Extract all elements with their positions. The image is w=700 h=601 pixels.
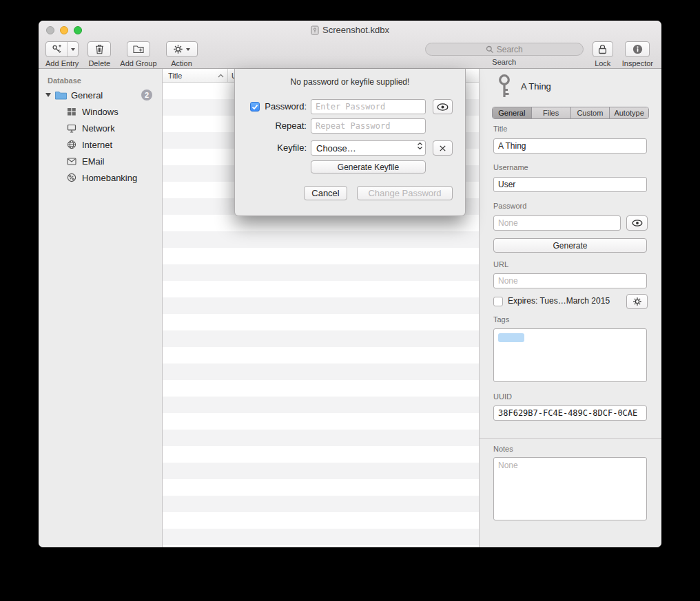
gear-icon [173, 44, 183, 54]
tab-files[interactable]: Files [532, 107, 571, 118]
eye-icon [437, 103, 449, 111]
show-password-button[interactable] [626, 215, 648, 231]
window-title-text: Screenshot.kdbx [322, 25, 389, 35]
inspector-tool: Inspector [622, 41, 653, 67]
action-button[interactable] [166, 41, 198, 57]
tags-box[interactable] [493, 328, 647, 382]
search-icon [486, 45, 494, 54]
sidebar-item-internet[interactable]: Internet [39, 136, 162, 153]
document-icon [311, 25, 319, 35]
sidebar-item-label: Internet [82, 140, 112, 150]
inspector-label: Inspector [622, 59, 653, 67]
column-header-title[interactable]: Title [163, 69, 228, 82]
add-group-button[interactable] [127, 41, 150, 57]
clear-keyfile-button[interactable] [433, 140, 453, 156]
group-count-badge: 2 [141, 89, 152, 101]
inspector-panel: A Thing General Files Custom Autotype Ti… [479, 69, 661, 547]
notes-field-label: Notes [493, 445, 513, 453]
lock-button[interactable] [593, 41, 613, 57]
sidebar-item-network[interactable]: Network [39, 120, 162, 136]
chevron-down-icon [71, 48, 75, 51]
titlebar[interactable]: Screenshot.kdbx [39, 21, 661, 39]
percent-coin-icon [66, 172, 77, 183]
inspector-button[interactable] [625, 41, 650, 57]
sidebar-item-label: EMail [82, 156, 105, 167]
info-icon [632, 44, 643, 54]
lock-icon [598, 44, 607, 54]
sidebar-item-label: Windows [82, 107, 119, 117]
search-placeholder: Search [497, 45, 523, 54]
change-password-sheet: No password or keyfile supplied! Passwor… [234, 69, 466, 216]
username-field[interactable] [493, 177, 647, 192]
keyfile-selected-value: Choose… [316, 143, 356, 154]
tag-chip[interactable] [498, 333, 524, 342]
sidebar-item-windows[interactable]: Windows [39, 103, 162, 120]
folder-icon [55, 91, 67, 100]
enter-password-input[interactable] [311, 99, 426, 114]
generate-keyfile-button[interactable]: Generate Keyfile [311, 160, 426, 173]
sidebar-item-label: Homebanking [82, 173, 137, 183]
folder-plus-icon [133, 45, 144, 54]
uuid-field[interactable] [493, 405, 647, 421]
sidebar-item-homebanking[interactable]: Homebanking [39, 169, 162, 186]
keyfile-dropdown[interactable]: Choose… [311, 140, 426, 156]
notes-field[interactable] [493, 457, 647, 520]
trash-icon [95, 44, 104, 54]
screen: Screenshot.kdbx Add Entry [0, 0, 700, 601]
add-group-label: Add Group [120, 59, 156, 67]
repeat-label: Repeat: [275, 118, 307, 134]
show-password-button[interactable] [433, 99, 453, 114]
expires-checkbox[interactable] [493, 297, 503, 306]
url-field[interactable] [493, 273, 647, 288]
divider [480, 438, 661, 439]
key-plus-icon[interactable] [46, 42, 68, 56]
sidebar-item-label: Network [82, 123, 115, 134]
window-title: Screenshot.kdbx [39, 21, 661, 39]
expires-settings-button[interactable] [626, 294, 648, 309]
generate-password-button[interactable]: Generate [493, 238, 647, 253]
action-label: Action [171, 59, 192, 67]
key-icon [495, 73, 514, 101]
inspector-tabs: General Files Custom Autotype [492, 107, 649, 119]
add-entry-button[interactable] [45, 41, 79, 57]
tab-general[interactable]: General [493, 107, 532, 118]
envelope-icon [66, 156, 77, 167]
password-checkbox[interactable] [250, 102, 260, 112]
windows-icon [66, 106, 77, 117]
sheet-message: No password or keyfile supplied! [235, 77, 465, 87]
stepper-icon [418, 143, 422, 149]
title-field[interactable] [493, 138, 647, 154]
sidebar-item-email[interactable]: EMail [39, 153, 162, 169]
delete-tool: Delete [88, 41, 111, 67]
gear-icon [632, 297, 642, 306]
repeat-password-input[interactable] [311, 118, 426, 134]
toolbar-left-group: Add Entry Delete Add Group [45, 41, 198, 67]
username-field-label: Username [493, 163, 528, 171]
window-chrome: Screenshot.kdbx Add Entry [39, 21, 661, 69]
disclosure-triangle-icon[interactable] [45, 93, 51, 97]
app-window: Screenshot.kdbx Add Entry [39, 21, 661, 547]
network-icon [66, 123, 77, 134]
search-tool: Search Search [425, 41, 584, 66]
add-group-tool: Add Group [120, 41, 156, 67]
add-entry-dropdown[interactable] [68, 42, 78, 56]
search-label: Search [492, 58, 516, 66]
tags-field-label: Tags [493, 315, 509, 324]
lock-tool: Lock [593, 41, 613, 67]
expires-label: Expires: Tues…March 2015 [508, 296, 610, 306]
title-field-label: Title [493, 125, 507, 133]
change-password-button[interactable]: Change Password [357, 186, 453, 200]
cancel-button[interactable]: Cancel [304, 186, 347, 200]
globe-icon [66, 139, 77, 150]
action-tool: Action [166, 41, 198, 67]
tab-autotype[interactable]: Autotype [610, 107, 648, 118]
keyfile-label: Keyfile: [277, 140, 307, 156]
sidebar: Database General 2 Windows [39, 69, 163, 547]
sidebar-item-general[interactable]: General 2 [39, 87, 162, 103]
password-field[interactable] [493, 215, 621, 231]
tab-custom[interactable]: Custom [571, 107, 610, 118]
delete-button[interactable] [88, 41, 111, 57]
sidebar-section-header: Database [39, 74, 162, 87]
search-input[interactable]: Search [425, 43, 584, 56]
sidebar-item-label: General [71, 90, 103, 101]
